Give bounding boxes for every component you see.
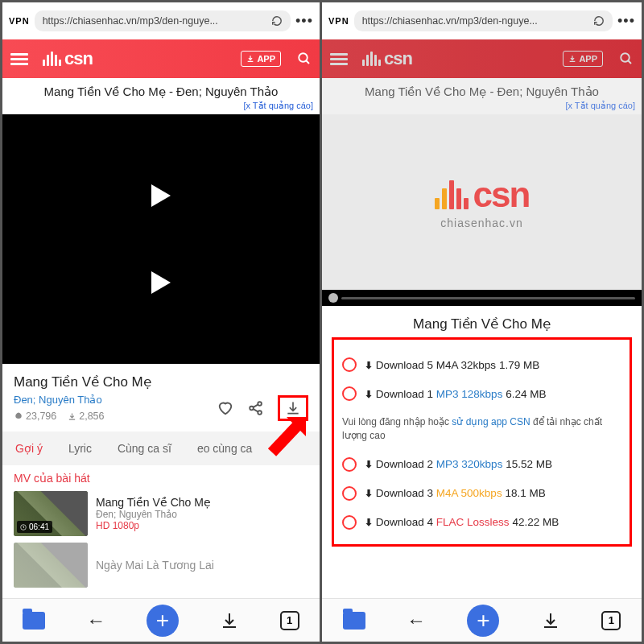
dl-size: 15.52 MB xyxy=(502,458,552,470)
seek-track xyxy=(341,297,635,299)
site-logo[interactable]: csn xyxy=(43,48,93,69)
duration-text: 06:41 xyxy=(29,522,49,531)
url-field[interactable]: https://chiasenhac.vn/mp3/den-nguye... xyxy=(35,10,291,31)
mv-thumbnail: 06:41 xyxy=(14,491,88,536)
radio-icon[interactable] xyxy=(342,486,357,501)
tabs-button[interactable]: 1 xyxy=(601,611,621,630)
close-ad-link[interactable]: [x Tắt quảng cáo] xyxy=(322,101,642,114)
search-icon[interactable] xyxy=(619,52,634,66)
dl-size: 6.24 MB xyxy=(502,388,546,400)
use-app-link[interactable]: sử dụng app CSN xyxy=(452,416,530,427)
mv-item[interactable]: 06:41 Mang Tiền Về Cho Mẹ Đen; Nguyên Th… xyxy=(2,488,320,539)
tab-lyric[interactable]: Lyric xyxy=(56,442,105,455)
download-manager-icon[interactable] xyxy=(541,611,560,630)
download-button-highlighted[interactable] xyxy=(278,395,308,421)
brand-subtitle: chiasenhac.vn xyxy=(440,217,523,229)
download-modal: Mang Tiền Về Cho Mẹ ⬇ Download 5 M4A 32k… xyxy=(322,306,642,598)
brand-text-big: csn xyxy=(473,175,530,215)
dl-label: Download 3 xyxy=(376,487,436,499)
song-stats: 23,796 2,856 xyxy=(14,411,105,422)
new-tab-button[interactable]: + xyxy=(147,605,179,637)
download-option[interactable]: ⬇ Download 2 MP3 320kbps 15.52 MB xyxy=(342,457,621,472)
hamburger-icon[interactable] xyxy=(10,51,28,68)
more-menu-icon[interactable]: ••• xyxy=(617,13,635,30)
play-icon[interactable] xyxy=(151,184,171,207)
player-area[interactable]: csn chiasenhac.vn xyxy=(322,114,642,306)
back-icon[interactable]: ← xyxy=(407,609,426,632)
dl-format: M4A 32kbps xyxy=(436,359,496,371)
radio-icon[interactable] xyxy=(342,457,357,472)
url-field[interactable]: https://chiasenhac.vn/mp3/den-nguye... xyxy=(354,10,613,31)
downloads-folder-icon[interactable] xyxy=(23,612,45,630)
seek-handle[interactable] xyxy=(328,293,338,303)
note-pre: Vui lòng đăng nhập hoặc xyxy=(342,416,452,427)
dl-format: FLAC Lossless xyxy=(436,516,510,528)
dl-format: MP3 128kbps xyxy=(436,388,503,400)
hamburger-icon[interactable] xyxy=(330,51,348,68)
tab-same-artist[interactable]: Cùng ca sĩ xyxy=(105,442,184,455)
app-download-button[interactable]: APP xyxy=(241,51,281,67)
svg-point-5 xyxy=(621,53,630,62)
song-artists[interactable]: Đen; Nguyên Thảo xyxy=(14,394,105,406)
site-header: csn APP xyxy=(2,39,320,78)
left-screenshot: VPN https://chiasenhac.vn/mp3/den-nguye.… xyxy=(2,2,322,642)
mv-artists: Đen; Nguyên Thảo xyxy=(96,509,211,520)
player-area[interactable] xyxy=(2,114,320,364)
radio-icon[interactable] xyxy=(342,357,357,372)
browser-toolbar: ← + 1 xyxy=(2,598,320,642)
download-option[interactable]: ⬇ Download 3 M4A 500kbps 18.1 MB xyxy=(342,486,621,501)
tab-video-same[interactable]: eo cùng ca xyxy=(184,442,266,455)
browser-bar: VPN https://chiasenhac.vn/mp3/den-nguye.… xyxy=(2,2,320,39)
dl-label: Download 4 xyxy=(376,516,436,528)
play-icon[interactable] xyxy=(151,271,171,294)
mv-quality: HD 1080p xyxy=(96,520,211,531)
browser-bar: VPN https://chiasenhac.vn/mp3/den-nguye.… xyxy=(322,2,642,39)
login-required-note: Vui lòng đăng nhập hoặc sử dụng app CSN … xyxy=(342,415,621,443)
mv-item[interactable]: Ngày Mai Là Tương Lai xyxy=(2,539,320,591)
vpn-badge: VPN xyxy=(9,16,30,26)
download-option[interactable]: ⬇ Download 1 MP3 128kbps 6.24 MB xyxy=(342,386,621,401)
browser-toolbar: ← + 1 xyxy=(322,598,642,642)
back-icon[interactable]: ← xyxy=(86,609,105,632)
tab-suggest[interactable]: Gợi ý xyxy=(2,442,56,455)
modal-title: Mang Tiền Về Cho Mẹ xyxy=(332,316,632,332)
download-option[interactable]: ⬇ Download 5 M4A 32kbps 1.79 MB xyxy=(342,357,621,372)
close-ad-link[interactable]: [x Tắt quảng cáo] xyxy=(2,101,320,114)
site-header: csn APP xyxy=(322,39,642,78)
page-title: Mang Tiền Về Cho Mẹ - Đen; Nguyên Thảo xyxy=(2,78,320,101)
reload-icon[interactable] xyxy=(593,15,605,27)
url-text: https://chiasenhac.vn/mp3/den-nguye... xyxy=(43,15,266,27)
svg-point-0 xyxy=(299,53,308,62)
page-title: Mang Tiền Về Cho Mẹ - Đen; Nguyên Thảo xyxy=(322,78,642,101)
download-option[interactable]: ⬇ Download 4 FLAC Lossless 42.22 MB xyxy=(342,515,621,530)
listen-count: 23,796 xyxy=(26,411,56,422)
download-count: 2,856 xyxy=(79,411,104,422)
tabs-button[interactable]: 1 xyxy=(280,611,299,630)
right-screenshot: VPN https://chiasenhac.vn/mp3/den-nguye.… xyxy=(322,2,642,642)
more-menu-icon[interactable]: ••• xyxy=(295,13,313,30)
mv-thumbnail xyxy=(14,543,88,588)
seek-bar[interactable] xyxy=(322,290,642,306)
site-logo[interactable]: csn xyxy=(362,48,412,69)
reload-icon[interactable] xyxy=(271,15,283,27)
song-info: Mang Tiền Về Cho Mẹ Đen; Nguyên Thảo 23,… xyxy=(2,364,320,427)
radio-icon[interactable] xyxy=(342,515,357,530)
brand-text: csn xyxy=(64,48,93,69)
downloads-folder-icon[interactable] xyxy=(343,612,365,630)
share-icon[interactable] xyxy=(247,399,265,417)
radio-icon[interactable] xyxy=(342,386,357,401)
dl-size: 18.1 MB xyxy=(502,487,546,499)
dl-format: M4A 500kbps xyxy=(436,487,502,499)
dl-label: Download 1 xyxy=(376,388,436,400)
mv-section-label: MV của bài hát xyxy=(2,465,320,488)
app-btn-label: APP xyxy=(257,54,275,64)
app-download-button[interactable]: APP xyxy=(563,51,603,67)
brand-text: csn xyxy=(384,48,412,69)
download-manager-icon[interactable] xyxy=(220,611,239,630)
dl-label: Download 2 xyxy=(376,458,436,470)
new-tab-button[interactable]: + xyxy=(467,605,499,637)
url-text: https://chiasenhac.vn/mp3/den-nguye... xyxy=(362,15,588,27)
heart-icon[interactable] xyxy=(217,399,234,417)
search-icon[interactable] xyxy=(297,52,312,66)
download-options-highlighted: ⬇ Download 5 M4A 32kbps 1.79 MB ⬇ Downlo… xyxy=(332,337,632,547)
